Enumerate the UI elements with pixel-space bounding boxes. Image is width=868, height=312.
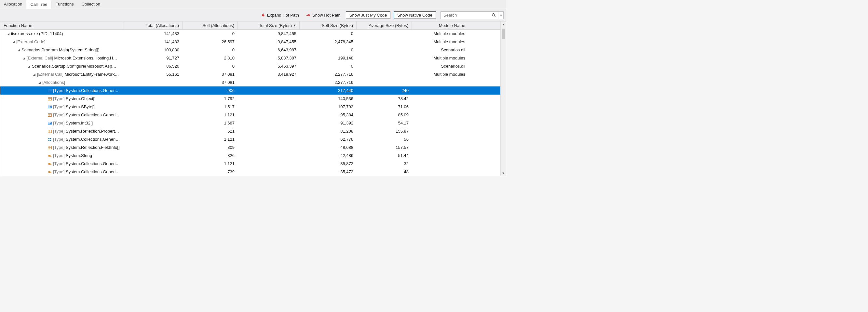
tab-collection[interactable]: Collection: [78, 0, 104, 9]
cell-total_size: 9,847,455: [238, 38, 300, 46]
row-name: [Type] System.Int32[]: [53, 120, 93, 126]
cell-self: 26,597: [183, 38, 238, 46]
expander-icon: [42, 105, 46, 109]
show-hot-path-link[interactable]: Show Hot Path: [304, 13, 343, 18]
cell-self_size: 95,384: [300, 111, 356, 119]
cell-module: Scenarios.dll: [412, 46, 468, 54]
class-blue-icon: [48, 105, 52, 109]
table-row[interactable]: ◢[External Call] Microsoft.EntityFramewo…: [0, 70, 506, 78]
expander-icon[interactable]: ◢: [27, 64, 31, 68]
cell-self_size: 2,478,345: [300, 38, 356, 46]
cell-total_size: [238, 127, 300, 135]
row-name: [Type] System.Collections.Generi…: [53, 137, 120, 142]
col-self-allocations[interactable]: Self (Allocations): [183, 22, 238, 29]
cell-self_size: 199,148: [300, 54, 356, 62]
row-name: [Type] System.String: [53, 153, 92, 158]
col-average-size-bytes[interactable]: Average Size (Bytes): [356, 22, 412, 29]
table-row[interactable]: [Type] System.Object[]1,792140,53678.42: [0, 95, 506, 103]
table-row[interactable]: [Type] System.SByte[]1,517107,79271.06: [0, 103, 506, 111]
cell-total: [124, 103, 183, 111]
cell-total: [124, 86, 183, 95]
scroll-down-arrow[interactable]: ▼: [501, 170, 506, 176]
col-self-size-bytes[interactable]: Self Size (Bytes): [300, 22, 356, 29]
svg-rect-15: [49, 123, 50, 124]
row-name: Scenarios.Startup.Configure(Microsoft.As…: [32, 64, 116, 69]
cell-module: Scenarios.dll: [412, 62, 468, 70]
cell-module: Multiple modules: [412, 54, 468, 62]
scroll-thumb[interactable]: [502, 29, 505, 39]
svg-point-0: [492, 13, 495, 16]
expander-icon[interactable]: ◢: [6, 32, 10, 36]
search-box: [440, 11, 504, 19]
grid-body: ◢iisexpress.exe (PID: 11404)141,48309,84…: [0, 30, 506, 176]
cell-module: [412, 95, 468, 103]
search-dropdown[interactable]: [498, 12, 503, 19]
cell-total_size: 6,643,987: [238, 46, 300, 54]
table-row[interactable]: ◢Scenarios.Program.Main(System.String[])…: [0, 46, 506, 54]
table-row[interactable]: [Type] System.String82642,48651.44: [0, 151, 506, 160]
cell-total: [124, 119, 183, 127]
search-input[interactable]: [441, 12, 490, 19]
cell-total: [124, 127, 183, 135]
table-row[interactable]: ◢[Allocations]37,0812,277,716: [0, 78, 506, 86]
table-row[interactable]: ◢iisexpress.exe (PID: 11404)141,48309,84…: [0, 30, 506, 38]
cell-self_size: 0: [300, 62, 356, 70]
expander-icon: [42, 170, 46, 174]
show-native-code-button[interactable]: Show Native Code: [394, 11, 436, 19]
flame-icon: [261, 13, 266, 18]
cell-total: [124, 151, 183, 160]
table-row[interactable]: [Type] System.Int32[]1,68791,39254.17: [0, 119, 506, 127]
show-just-my-code-button[interactable]: Show Just My Code: [346, 11, 391, 19]
svg-rect-20: [49, 138, 50, 139]
expander-icon[interactable]: ◢: [22, 56, 26, 60]
cell-avg: [356, 30, 412, 38]
expander-icon[interactable]: ◢: [32, 72, 36, 76]
cell-self: 1,792: [183, 95, 238, 103]
row-name: [Type] System.Reflection.Propert…: [53, 129, 119, 134]
table-row[interactable]: ◢[External Code]141,48326,5979,847,4552,…: [0, 38, 506, 46]
cell-self_size: 2,277,716: [300, 70, 356, 78]
table-row[interactable]: ◢Scenarios.Startup.Configure(Microsoft.A…: [0, 62, 506, 70]
class-blue-icon: [48, 89, 52, 93]
col-module-name[interactable]: Module Name: [412, 22, 468, 29]
tab-allocation[interactable]: Allocation: [0, 0, 26, 9]
tab-call-tree[interactable]: Call Tree: [26, 0, 52, 9]
table-row[interactable]: [Type] System.Collections.Generi…73935,4…: [0, 168, 506, 176]
cell-self: 521: [183, 127, 238, 135]
cell-module: Multiple modules: [412, 38, 468, 46]
struct-icon: [48, 97, 52, 101]
cell-total: [124, 135, 183, 143]
col-function-name[interactable]: Function Name: [0, 22, 124, 29]
cell-self: 37,081: [183, 70, 238, 78]
cell-self: 309: [183, 143, 238, 151]
cell-total_size: 5,453,397: [238, 62, 300, 70]
expander-icon[interactable]: ◢: [17, 48, 21, 52]
cell-self: 1,121: [183, 135, 238, 143]
tab-functions[interactable]: Functions: [52, 0, 78, 9]
col-total-allocations[interactable]: Total (Allocations): [124, 22, 183, 29]
scroll-up-arrow[interactable]: ▲: [501, 22, 506, 27]
table-row[interactable]: [Type] System.Collections.Generi…906217,…: [0, 86, 506, 95]
table-row[interactable]: [Type] System.Collections.Generi…1,12162…: [0, 135, 506, 143]
expand-hot-path-link[interactable]: Expand Hot Path: [259, 13, 301, 18]
table-row[interactable]: [Type] System.Reflection.FieldInfo[]3094…: [0, 143, 506, 151]
search-button[interactable]: [490, 12, 498, 19]
table-row[interactable]: [Type] System.Collections.Generi…1,12195…: [0, 111, 506, 119]
col-total-size-bytes[interactable]: Total Size (Bytes)▼: [238, 22, 300, 29]
cell-module: [412, 119, 468, 127]
flame-arrow-icon: [306, 13, 311, 18]
struct-icon: [48, 113, 52, 117]
table-row[interactable]: [Type] System.Collections.Generi…1,12135…: [0, 160, 506, 168]
cell-self_size: 0: [300, 46, 356, 54]
cell-self: 37,081: [183, 78, 238, 86]
table-row[interactable]: [Type] System.Reflection.Propert…52181,2…: [0, 127, 506, 135]
expander-icon[interactable]: ◢: [37, 80, 41, 84]
cell-total: 86,520: [124, 62, 183, 70]
cell-total: [124, 95, 183, 103]
vertical-scrollbar[interactable]: ▲ ▼: [500, 22, 506, 176]
toolbar: Expand Hot Path Show Hot Path Show Just …: [0, 9, 506, 22]
expander-icon[interactable]: ◢: [11, 40, 15, 44]
table-row[interactable]: ◢[External Call] Microsoft.Extensions.Ho…: [0, 54, 506, 62]
cell-avg: 71.06: [356, 103, 412, 111]
cell-total: [124, 168, 183, 176]
